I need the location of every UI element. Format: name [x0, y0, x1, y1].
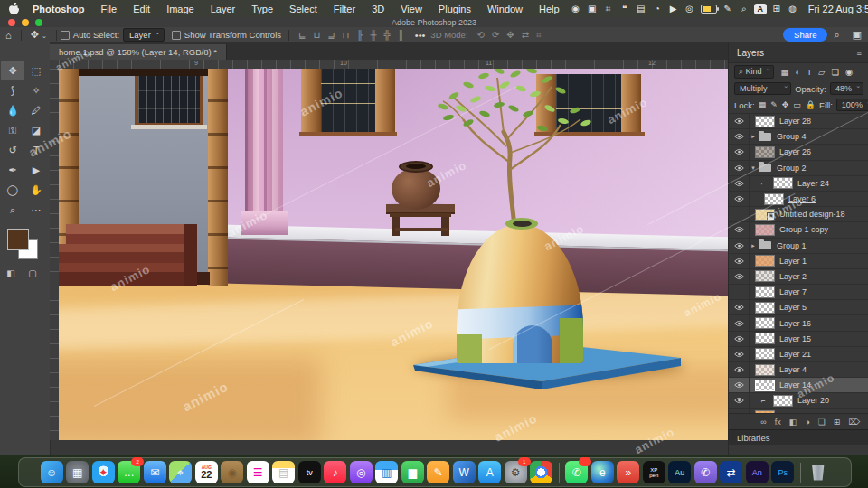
layer-thumbnail[interactable]: [755, 380, 775, 391]
layer-thumbnail[interactable]: [755, 317, 775, 329]
layer-name[interactable]: Layer 5: [779, 303, 807, 312]
lock-transparency-icon[interactable]: ▦: [759, 100, 767, 109]
distribute-h-icon[interactable]: ╫: [371, 30, 377, 40]
dock-app-store[interactable]: A: [478, 461, 501, 483]
layer-thumbnail[interactable]: [755, 116, 775, 127]
time-machine-icon[interactable]: ◔: [649, 4, 665, 14]
eraser-tool[interactable]: ◪: [24, 120, 48, 140]
filter-adjustment-icon[interactable]: ◐: [796, 67, 801, 77]
fill-dropdown[interactable]: 100%: [836, 99, 868, 111]
distribute-space-icon[interactable]: ║: [398, 30, 404, 40]
document-tab[interactable]: home 1.psd @ 158% (Layer 14, RGB/8) *: [50, 44, 227, 61]
align-buttons[interactable]: ⊑ ⊔ ⊒ ⊓ ╟ ╫ ╬ ║: [298, 30, 404, 40]
new-group-icon[interactable]: ❏: [818, 418, 826, 427]
3d-roll-icon[interactable]: ⟳: [492, 30, 499, 41]
filter-pin-icon[interactable]: ◉: [845, 67, 853, 77]
dock-xppen[interactable]: XPpen: [643, 461, 665, 483]
pen-tool[interactable]: ✒: [1, 160, 24, 180]
eye-icon[interactable]: [729, 239, 750, 253]
layer-row[interactable]: Layer 5: [729, 300, 868, 315]
blend-mode-dropdown[interactable]: Multiply: [734, 82, 791, 95]
input-source-icon[interactable]: A: [754, 4, 767, 14]
layer-filter-dropdown[interactable]: ⌕ Kind: [734, 65, 774, 79]
apple-logo-icon[interactable]: [9, 3, 19, 14]
group-arrow-icon[interactable]: ▸: [750, 133, 757, 140]
layer-thumbnail[interactable]: [755, 270, 775, 282]
dock-trash[interactable]: [807, 461, 829, 483]
eye-icon[interactable]: [729, 300, 750, 314]
layer-row[interactable]: Layer 7: [729, 285, 868, 300]
3d-scale-icon[interactable]: ⌗: [536, 30, 542, 41]
move-tool[interactable]: ✥: [1, 61, 24, 80]
layer-name[interactable]: Group 2: [777, 164, 807, 173]
eye-icon[interactable]: [729, 315, 750, 330]
auto-select-checkbox[interactable]: [61, 31, 70, 40]
window-switcher-icon[interactable]: ▣: [584, 4, 600, 14]
group-arrow-icon[interactable]: ▸: [750, 242, 757, 249]
dock-red-arrows-app[interactable]: »: [617, 461, 639, 483]
dock-audition[interactable]: Au: [668, 461, 691, 483]
eye-icon[interactable]: [729, 114, 750, 128]
layer-name[interactable]: Layer 16: [779, 319, 811, 328]
eye-icon[interactable]: [729, 129, 750, 144]
eye-icon[interactable]: [729, 161, 750, 175]
layer-name[interactable]: Layer 2: [779, 272, 807, 281]
layer-row[interactable]: Layer 14: [729, 378, 868, 393]
group-arrow-icon[interactable]: ▾: [750, 164, 757, 172]
opacity-dropdown[interactable]: 48%: [830, 82, 863, 95]
play-icon[interactable]: ▶: [665, 4, 682, 14]
dock-word[interactable]: W: [453, 461, 476, 483]
dock-finder[interactable]: ☺: [41, 461, 63, 483]
eye-icon[interactable]: [729, 393, 750, 408]
layer-name[interactable]: Layer 1: [779, 257, 807, 266]
layer-row[interactable]: Layer 15: [729, 332, 868, 347]
layer-style-icon[interactable]: fx: [775, 418, 781, 427]
layer-thumbnail[interactable]: [773, 395, 793, 407]
layer-row[interactable]: Layer 6: [729, 192, 868, 207]
menu-clock[interactable]: Fri 22 Aug 3:56 PM: [808, 4, 868, 14]
eye-icon[interactable]: [729, 362, 750, 377]
filter-pixel-icon[interactable]: ▦: [781, 67, 789, 77]
brush-tool[interactable]: 🖊: [24, 100, 48, 120]
align-center-h-icon[interactable]: ⊔: [313, 30, 320, 40]
distribute-v-icon[interactable]: ╟: [356, 30, 363, 40]
layer-name[interactable]: Group 1 copy: [779, 225, 828, 234]
layer-row[interactable]: ▣Untitled design-18: [729, 207, 868, 222]
eye-icon[interactable]: [729, 145, 750, 159]
move-tool-preset-icon[interactable]: ✥ ⌄: [25, 29, 52, 41]
layer-thumbnail[interactable]: [755, 146, 775, 158]
eyedropper-tool[interactable]: 💧: [1, 100, 24, 120]
layer-name[interactable]: Layer 6: [788, 194, 816, 203]
battery-icon[interactable]: [701, 5, 717, 14]
dock-messages[interactable]: …2: [118, 461, 140, 483]
menu-filter[interactable]: Filter: [326, 4, 363, 14]
dock-maps[interactable]: ⌖: [169, 461, 192, 483]
layer-thumbnail[interactable]: [764, 193, 784, 205]
menu-file[interactable]: File: [92, 4, 125, 14]
layer-row[interactable]: ⌐Layer 24: [729, 176, 868, 192]
menu-plugins[interactable]: Plugins: [430, 4, 479, 14]
layer-row[interactable]: ▸Group 4: [729, 129, 868, 145]
filter-type-icon[interactable]: T: [807, 67, 812, 77]
layer-name[interactable]: Group 1: [777, 241, 807, 250]
align-left-icon[interactable]: ⊑: [298, 30, 306, 40]
screen-mode-icon[interactable]: ▢: [28, 268, 36, 278]
layer-thumbnail[interactable]: [773, 177, 793, 189]
eye-icon[interactable]: [729, 378, 750, 392]
eye-icon-hidden[interactable]: [729, 409, 750, 413]
link-layers-icon[interactable]: ∞: [760, 418, 766, 427]
marquee-tool[interactable]: ⬚: [24, 61, 48, 80]
zoom-tool[interactable]: ⌕: [1, 200, 24, 220]
layer-name[interactable]: Layer 28: [779, 117, 811, 126]
type-tool[interactable]: T: [24, 140, 48, 160]
layer-row[interactable]: Layer 4: [729, 362, 868, 378]
eye-icon[interactable]: [729, 222, 750, 237]
layer-row[interactable]: Layer 16: [729, 315, 868, 331]
dock-safari[interactable]: ✦: [92, 461, 115, 483]
eye-icon-hidden[interactable]: [729, 207, 750, 221]
lock-position-icon[interactable]: ✥: [782, 100, 789, 109]
dock-mail[interactable]: ✉: [144, 461, 166, 483]
foreground-color-swatch[interactable]: [7, 229, 29, 250]
canvas[interactable]: [59, 69, 728, 440]
pen-icon[interactable]: ✎: [720, 4, 736, 14]
